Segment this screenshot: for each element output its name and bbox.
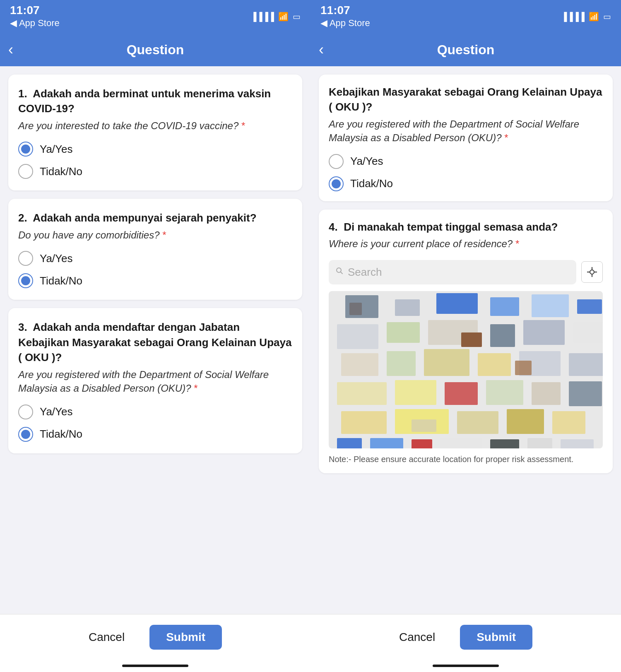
right-nav-header: ‹ Question [310,33,621,66]
q3-option-no[interactable]: Tidak/No [18,427,292,442]
q2-option-yes[interactable]: Ya/Yes [18,251,292,266]
right-home-indicator [310,660,621,672]
q2-option-no[interactable]: Tidak/No [18,273,292,288]
q2-english-body: Do you have any comorbidities? [18,229,160,241]
left-cancel-button[interactable]: Cancel [89,631,125,644]
oku-radio-no[interactable] [329,176,344,191]
q3-number: 3. [18,321,27,333]
q2-required-star: * [162,229,166,241]
search-input-wrapper[interactable]: Search [329,260,576,284]
q4-english-text: Where is your current place of residence… [329,237,603,251]
q2-radio-no-inner [21,276,30,285]
q3-radio-no[interactable] [18,427,33,442]
map-search-container: Search [329,260,603,284]
left-phone-screen: 11:07 ◀ App Store ▐▐▐▐ 📶 ▭ ‹ Question 1.… [0,0,310,672]
q4-required-star: * [515,238,519,249]
right-scroll-content: Kebajikan Masyarakat sebagai Orang Kelai… [310,66,621,614]
q1-number: 1. [18,87,27,100]
oku-radio-no-inner [332,179,341,188]
q3-label-yes: Ya/Yes [40,405,73,418]
map-view[interactable] [329,291,603,448]
q3-option-yes[interactable]: Ya/Yes [18,405,292,419]
left-submit-button[interactable]: Submit [149,625,222,650]
q1-radio-yes-inner [21,145,30,154]
oku-label-yes: Ya/Yes [350,155,383,168]
left-status-left: 11:07 ◀ App Store [10,5,60,29]
left-signal-icon: ▐▐▐▐ [250,12,274,22]
q3-malay-body: Adakah anda mendaftar dengan Jabatan Keb… [18,321,291,364]
location-target-icon [586,266,598,278]
left-app-store[interactable]: ◀ App Store [10,18,60,29]
q1-malay-body: Adakah anda berminat untuk menerima vaks… [18,87,271,115]
q3-radio-no-inner [21,430,30,439]
left-nav-header: ‹ Question [0,33,310,66]
q2-english-text: Do you have any comorbidities? * [18,228,292,242]
q4-number: 4. [329,221,338,233]
q2-radio-yes[interactable] [18,251,33,266]
oku-label-no: Tidak/No [350,177,393,190]
right-app-store[interactable]: ◀ App Store [320,18,370,29]
right-signal-icon: ▐▐▐▐ [561,12,585,22]
q1-english-body: Are you interested to take the COVID-19 … [18,120,238,131]
right-status-bar: 11:07 ◀ App Store ▐▐▐▐ 📶 ▭ [310,0,621,33]
q1-english-text: Are you interested to take the COVID-19 … [18,119,292,133]
left-status-bar: 11:07 ◀ App Store ▐▐▐▐ 📶 ▭ [0,0,310,33]
right-page-title: Question [437,42,495,58]
left-battery-icon: ▭ [293,12,301,22]
right-submit-button[interactable]: Submit [460,625,532,650]
q2-malay-text: 2. Adakah anda mempunyai sejarah penyaki… [18,210,292,225]
q1-option-yes[interactable]: Ya/Yes [18,142,292,157]
right-wifi-icon: 📶 [589,12,599,22]
right-status-icons: ▐▐▐▐ 📶 ▭ [561,12,611,22]
left-page-title: Question [127,42,184,58]
question-card-1: 1. Adakah anda berminat untuk menerima v… [8,75,302,190]
left-bottom-bar: Cancel Submit [0,614,310,660]
q3-radio-yes[interactable] [18,405,33,419]
oku-malay-body: Kebajikan Masyarakat sebagai Orang Kelai… [329,86,602,113]
left-time: 11:07 [10,5,60,16]
location-target-button[interactable] [581,261,603,283]
q3-malay-text: 3. Adakah anda mendaftar dengan Jabatan … [18,320,292,365]
oku-radio-yes[interactable] [329,154,344,169]
oku-question-card: Kebajikan Masyarakat sebagai Orang Kelai… [319,75,613,201]
q2-malay-body: Adakah anda mempunyai sejarah penyakit? [33,212,256,224]
q1-option-no[interactable]: Tidak/No [18,164,292,179]
q1-required-star: * [241,120,245,131]
left-wifi-icon: 📶 [278,12,289,22]
left-home-indicator [0,660,310,672]
left-status-icons: ▐▐▐▐ 📶 ▭ [250,12,301,22]
q2-number: 2. [18,212,27,224]
map-note-text: Note:- Please ensure accurate location f… [329,453,603,465]
q3-english-text: Are you registered with the Department o… [18,368,292,395]
right-cancel-button[interactable]: Cancel [399,631,435,644]
q1-radio-no[interactable] [18,164,33,179]
oku-malay-text: Kebajikan Masyarakat sebagai Orang Kelai… [329,84,603,115]
q1-label-yes: Ya/Yes [40,143,73,156]
q3-label-no: Tidak/No [40,428,82,441]
q2-radio-no[interactable] [18,273,33,288]
q3-english-body: Are you registered with the Department o… [18,369,269,394]
question-card-3: 3. Adakah anda mendaftar dengan Jabatan … [8,308,302,453]
q1-radio-yes[interactable] [18,142,33,157]
right-status-left: 11:07 ◀ App Store [320,5,370,29]
right-back-button[interactable]: ‹ [319,41,324,58]
right-home-bar [433,665,499,667]
q4-malay-body: Di manakah tempat tinggal semasa anda? [344,221,558,233]
left-home-bar [122,665,188,667]
q3-required-star: * [194,383,197,394]
q4-english-body: Where is your current place of residence… [329,238,513,249]
q2-label-yes: Ya/Yes [40,252,73,265]
left-back-button[interactable]: ‹ [8,41,13,58]
q1-label-no: Tidak/No [40,165,82,178]
oku-required-star: * [504,132,508,143]
right-phone-screen: 11:07 ◀ App Store ▐▐▐▐ 📶 ▭ ‹ Question Ke… [310,0,621,672]
right-time: 11:07 [320,5,370,16]
left-scroll-content: 1. Adakah anda berminat untuk menerima v… [0,66,310,614]
q4-malay-text: 4. Di manakah tempat tinggal semasa anda… [329,219,603,234]
oku-english-body: Are you registered with the Department o… [329,118,579,144]
oku-option-no[interactable]: Tidak/No [329,176,603,191]
right-bottom-bar: Cancel Submit [310,614,621,660]
right-battery-icon: ▭ [603,12,611,22]
oku-option-yes[interactable]: Ya/Yes [329,154,603,169]
question-card-2: 2. Adakah anda mempunyai sejarah penyaki… [8,199,302,300]
